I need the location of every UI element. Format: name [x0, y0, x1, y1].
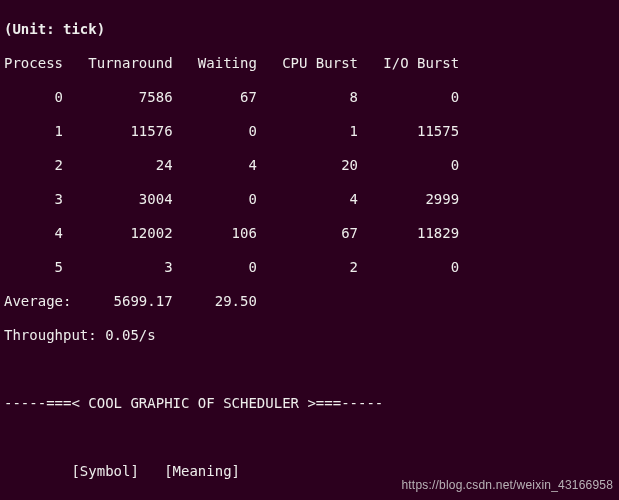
unit-line: (Unit: tick)	[4, 21, 105, 37]
table-row: 2 24 4 20 0	[4, 157, 459, 173]
table-row: 3 3004 0 4 2999	[4, 191, 459, 207]
table-header: Process Turnaround Waiting CPU Burst I/O…	[4, 55, 459, 71]
table-row: 4 12002 106 67 11829	[4, 225, 459, 241]
terminal-output: (Unit: tick) Process Turnaround Waiting …	[0, 0, 619, 500]
table-row: 1 11576 0 1 11575	[4, 123, 459, 139]
throughput-line: Throughput: 0.05/s	[4, 327, 156, 343]
average-line: Average: 5699.17 29.50	[4, 293, 257, 309]
watermark-text: https://blog.csdn.net/weixin_43166958	[401, 477, 613, 494]
legend-title: [Symbol] [Meaning]	[4, 463, 240, 479]
table-row: 5 3 0 2 0	[4, 259, 459, 275]
table-row: 0 7586 67 8 0	[4, 89, 459, 105]
graphic-header: -----===< COOL GRAPHIC OF SCHEDULER >===…	[4, 395, 383, 411]
